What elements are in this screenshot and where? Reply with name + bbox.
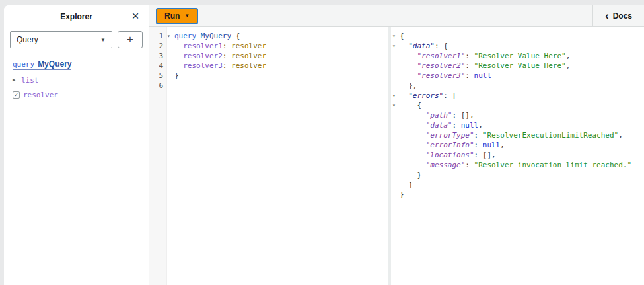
response-line: ] — [392, 180, 644, 190]
line-text: { — [400, 101, 421, 110]
fold-gutter — [392, 150, 400, 160]
line-number: 6 — [149, 81, 163, 91]
fold-gutter — [167, 81, 174, 91]
response-line: "data": null, — [392, 120, 644, 130]
response-line: "message": "Resolver invocation limit re… — [392, 160, 644, 170]
fold-gutter — [392, 130, 400, 140]
fold-gutter — [392, 110, 400, 120]
code-line[interactable]: resolver1: resolver — [167, 41, 388, 51]
response-line: "path": [], — [392, 110, 644, 120]
line-text: "resolver1": "Resolver Value Here", — [400, 51, 570, 61]
line-text: "resolver2": "Resolver Value Here", — [400, 61, 570, 71]
fold-arrow-icon[interactable]: ▾ — [392, 31, 400, 41]
query-editor-window: Explorer × Query ▼ + query MyQuery — [4, 5, 644, 285]
run-button[interactable]: Run ▼ — [156, 8, 198, 24]
toolbar-spacer — [198, 5, 592, 26]
line-text: "locations": [], — [400, 150, 496, 160]
line-text: resolver1: resolver — [174, 41, 266, 51]
plus-icon: + — [127, 33, 133, 46]
fold-gutter — [167, 41, 174, 51]
response-line: "errorInfo": null, — [392, 140, 644, 150]
operation-title[interactable]: query MyQuery — [13, 60, 71, 70]
code-area[interactable]: ▾query MyQuery { resolver1: resolver res… — [167, 27, 388, 285]
fold-gutter — [392, 140, 400, 150]
code-line[interactable]: resolver2: resolver — [167, 51, 388, 61]
chevron-left-icon: ‹ — [605, 11, 608, 21]
run-button-label: Run — [164, 11, 180, 20]
response-line: } — [392, 170, 644, 180]
chevron-down-icon: ▼ — [100, 37, 106, 43]
fold-gutter — [392, 170, 400, 180]
fold-gutter — [392, 120, 400, 130]
code-line[interactable] — [167, 81, 388, 91]
line-text: ] — [400, 180, 413, 190]
line-text: resolver3: resolver — [174, 61, 266, 71]
close-explorer-button[interactable]: × — [127, 8, 143, 24]
line-number-gutter: 123456 — [149, 27, 167, 285]
line-text: "message": "Resolver invocation limit re… — [400, 160, 631, 170]
line-text: }, — [400, 81, 417, 91]
checked-checkbox[interactable]: ✓ — [13, 91, 20, 99]
fold-gutter — [392, 160, 400, 170]
code-line[interactable]: resolver3: resolver — [167, 61, 388, 71]
tree-item-resolver[interactable]: ✓ resolver — [13, 90, 143, 99]
fold-arrow-icon[interactable]: ▾ — [392, 41, 400, 51]
operation-type-select[interactable]: Query ▼ — [10, 31, 112, 48]
fold-gutter — [392, 180, 400, 190]
explorer-title: Explorer — [60, 12, 92, 21]
response-line: } — [392, 190, 644, 200]
response-pane: ▾{▾ "data": { "resolver1": "Resolver Val… — [391, 27, 644, 285]
line-text: } — [400, 190, 404, 200]
response-line: "locations": [], — [392, 150, 644, 160]
main-column: Run ▼ ‹ Docs 123456 ▾query MyQuery { res… — [149, 5, 644, 285]
response-line: }, — [392, 81, 644, 91]
tree-item-list[interactable]: ▶ list — [13, 75, 143, 85]
line-number: 2 — [149, 41, 163, 51]
response-line: "resolver1": "Resolver Value Here", — [392, 51, 644, 61]
line-text: "data": null, — [400, 120, 483, 130]
fold-gutter — [392, 81, 400, 91]
toolbar: Run ▼ ‹ Docs — [149, 5, 644, 27]
fold-gutter — [392, 51, 400, 61]
schema-explorer-tree: query MyQuery ▶ list ✓ resolver — [10, 60, 143, 99]
fold-gutter — [392, 61, 400, 71]
response-line: ▾ "data": { — [392, 41, 644, 51]
fold-arrow-icon[interactable]: ▾ — [392, 91, 400, 101]
line-text: } — [174, 71, 179, 81]
response-line: ▾ "errors": [ — [392, 91, 644, 101]
docs-button[interactable]: ‹ Docs — [592, 5, 644, 26]
line-text: "data": { — [400, 41, 448, 51]
line-text: "path": [], — [400, 110, 474, 120]
response-line: ▾ { — [392, 101, 644, 110]
explorer-panel: Explorer × Query ▼ + query MyQuery — [4, 5, 149, 285]
editor-panes: 123456 ▾query MyQuery { resolver1: resol… — [149, 27, 644, 285]
chevron-down-icon: ▼ — [184, 13, 190, 19]
fold-gutter — [392, 190, 400, 200]
explorer-body: Query ▼ + query MyQuery ▶ list — [4, 27, 149, 99]
line-text: "resolver3": null — [400, 71, 491, 81]
line-number: 4 — [149, 61, 163, 71]
operation-keyword: query — [13, 60, 34, 69]
line-text: "errorInfo": null, — [400, 140, 505, 150]
fold-arrow-icon[interactable]: ▾ — [167, 31, 174, 41]
operation-type-value: Query — [17, 35, 100, 44]
line-number: 1 — [149, 31, 163, 41]
code-line[interactable]: } — [167, 71, 388, 81]
docs-button-label: Docs — [613, 11, 632, 20]
fold-gutter — [392, 71, 400, 81]
check-icon: ✓ — [15, 92, 18, 98]
add-operation-button[interactable]: + — [118, 31, 143, 48]
close-icon: × — [131, 9, 139, 23]
query-editor-pane[interactable]: 123456 ▾query MyQuery { resolver1: resol… — [149, 27, 388, 285]
expand-arrow-icon[interactable]: ▶ — [13, 77, 18, 83]
explorer-header: Explorer × — [4, 5, 149, 27]
code-line[interactable]: ▾query MyQuery { — [167, 31, 388, 41]
line-text: resolver2: resolver — [174, 51, 266, 61]
response-line: "resolver3": null — [392, 71, 644, 81]
operation-type-row: Query ▼ + — [10, 31, 143, 48]
tree-item-label: list — [21, 76, 39, 85]
fold-arrow-icon[interactable]: ▾ — [392, 101, 400, 110]
response-line: ▾{ — [392, 31, 644, 41]
line-number: 5 — [149, 71, 163, 81]
response-line: "resolver2": "Resolver Value Here", — [392, 61, 644, 71]
